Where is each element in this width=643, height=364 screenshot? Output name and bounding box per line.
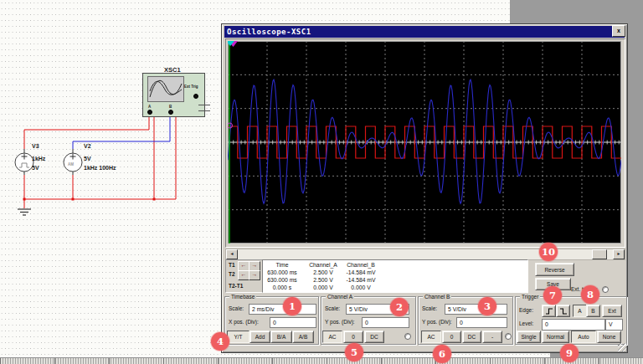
trigger-edge-label: Edge: xyxy=(519,307,533,313)
channel-a-dc-button[interactable]: DC xyxy=(364,331,384,343)
trigger-source-b-button[interactable]: B xyxy=(586,305,600,317)
save-button[interactable]: Save xyxy=(535,278,571,290)
bottom-ruler xyxy=(0,357,643,364)
channel-a-ypos-input[interactable]: 0 xyxy=(362,317,409,328)
offsheet-top-right xyxy=(510,0,643,23)
terminal-b-dot[interactable] xyxy=(168,110,173,115)
ext-trig-label: Ext Trig xyxy=(184,85,198,89)
terminal-b-label: B xyxy=(169,105,172,109)
t2-left-button[interactable]: ← xyxy=(238,270,249,280)
channel-b-minus-button[interactable]: - xyxy=(482,331,502,343)
channel-a-header: Channel_A xyxy=(306,261,340,269)
scope-display-bezel xyxy=(225,38,625,248)
trigger-normal-button[interactable]: Normal xyxy=(542,331,569,343)
t1-time: 630.000 ms xyxy=(265,269,300,276)
time-header: Time xyxy=(265,261,300,269)
channel-a-radio[interactable] xyxy=(404,333,411,340)
offsheet-right-strip xyxy=(628,0,643,364)
oscilloscope-component[interactable]: Ext Trig A B xyxy=(142,73,205,117)
timebase-xpos-input[interactable]: 0 xyxy=(270,317,316,328)
rising-edge-button[interactable] xyxy=(542,305,556,317)
terminal-a-dot[interactable] xyxy=(147,110,152,115)
ext-trig-terminal[interactable] xyxy=(193,94,198,99)
terminal-a-label: A xyxy=(148,105,151,109)
dt-channel-a: 0.000 V xyxy=(306,284,340,291)
trigger-title: Trigger xyxy=(520,294,540,300)
falling-edge-icon xyxy=(559,307,568,315)
rising-edge-icon xyxy=(545,307,553,315)
timebase-title: Timebase xyxy=(229,294,256,300)
circuit-wires xyxy=(0,0,221,251)
v2-freq: 1kHz 100Hz xyxy=(84,165,116,171)
channel-a-ac-button[interactable]: AC xyxy=(322,331,342,343)
v3-refdes: V3 xyxy=(32,143,39,149)
v2-am-glyph: AM xyxy=(68,162,74,167)
v3-freq: 1kHz xyxy=(32,156,45,161)
ba-button[interactable]: B/A xyxy=(270,331,292,343)
ext-trigger-radio[interactable] xyxy=(602,286,609,293)
channel-a-zero-button[interactable]: 0 xyxy=(343,331,363,343)
trigger-auto-button[interactable]: Auto xyxy=(571,331,596,343)
trigger-level-input[interactable]: 0 xyxy=(542,319,605,331)
t2-time: 630.000 ms xyxy=(265,276,300,284)
channel-b-dc-button[interactable]: DC xyxy=(462,331,481,343)
time-column: Time 630.000 ms 630.000 ms 0.000 s xyxy=(265,261,300,291)
reverse-button[interactable]: Reverse xyxy=(535,263,574,276)
oscilloscope-window: Oscilloscope-XSC1 x ◄ ► T1 ← → T2 ← → T2… xyxy=(221,23,628,353)
multisim-workspace: AM V3 1kHz 5V V2 5V 1kHz 100Hz XSC1 Ext … xyxy=(0,0,643,364)
channel-b-ypos-label: Y pos. (Div): xyxy=(422,319,452,325)
scrollbar-thumb[interactable] xyxy=(592,249,607,259)
scroll-right-icon[interactable]: ► xyxy=(613,249,625,259)
channel-a-column: Channel_A 2.500 V 2.500 V 0.000 V xyxy=(306,261,340,291)
dt-time: 0.000 s xyxy=(265,284,300,291)
channel-b-column: Channel_B -14.584 mV -14.584 mV 0.000 V xyxy=(342,261,380,291)
channel-a-scale-label: Scale: xyxy=(325,305,340,311)
trigger-none-button[interactable]: None xyxy=(597,331,621,343)
t1-channel-a: 2.500 V xyxy=(306,269,340,276)
channel-a-scale-input[interactable]: 5 V/Div xyxy=(346,304,409,315)
t2-right-button[interactable]: → xyxy=(249,270,260,280)
timebase-group: Timebase Scale: 2 ms/Div X pos. (Div): 0… xyxy=(224,296,319,345)
display-scrollbar[interactable]: ◄ ► xyxy=(225,249,625,260)
channel-b-group: Channel B Scale: 5 V/Div Y pos. (Div): 0… xyxy=(418,296,513,345)
v2-refdes: V2 xyxy=(84,143,91,149)
channel-a-group: Channel A Scale: 5 V/Div Y pos. (Div): 0… xyxy=(321,296,416,345)
window-titlebar[interactable]: Oscilloscope-XSC1 xyxy=(224,26,625,38)
timebase-scale-input[interactable]: 2 ms/Div xyxy=(249,304,316,315)
t2-channel-a: 2.500 V xyxy=(306,276,340,284)
scope-display[interactable] xyxy=(228,41,621,244)
add-button[interactable]: Add xyxy=(249,331,270,343)
channel-b-scale-label: Scale: xyxy=(422,305,437,311)
scroll-left-icon[interactable]: ◄ xyxy=(226,249,238,259)
window-title: Oscilloscope-XSC1 xyxy=(227,28,311,36)
channel-a-ypos-label: Y pos. (Div): xyxy=(325,319,355,325)
trigger-source-a-button[interactable]: A xyxy=(573,305,587,317)
channel-b-zero-button[interactable]: 0 xyxy=(442,331,461,343)
window-resize-grip[interactable] xyxy=(618,343,626,351)
channel-b-scale-input[interactable]: 5 V/Div xyxy=(445,304,507,315)
channel-b-title: Channel B xyxy=(423,294,451,300)
channel-b-header: Channel_B xyxy=(342,261,380,269)
channel-b-ac-button[interactable]: AC xyxy=(421,331,441,343)
dt-channel-b: 0.000 V xyxy=(342,284,380,291)
close-icon[interactable]: x xyxy=(612,25,625,37)
trigger-source-ext-button[interactable]: Ext xyxy=(602,305,622,317)
cursor-control-box: T1 ← → T2 ← → T2-T1 xyxy=(225,259,263,293)
channel-b-ypos-input[interactable]: 0 xyxy=(456,317,507,328)
yt-button[interactable]: Y/T xyxy=(227,331,249,343)
ext-trigger-label: Ext. trigger xyxy=(571,286,597,292)
timebase-xpos-label: X pos. (Div): xyxy=(229,319,259,325)
trigger-level-unit[interactable]: V xyxy=(605,319,623,331)
t1-channel-b: -14.584 mV xyxy=(342,269,380,276)
trigger-level-label: Level: xyxy=(519,320,533,326)
trigger-single-button[interactable]: Single xyxy=(517,331,541,343)
readings-box: Time 630.000 ms 630.000 ms 0.000 s Chann… xyxy=(262,259,528,293)
falling-edge-button[interactable] xyxy=(556,305,570,317)
ab-button[interactable]: A/B xyxy=(292,331,314,343)
channel-b-radio[interactable] xyxy=(505,333,512,340)
v2-amplitude: 5V xyxy=(84,156,91,161)
t1-label: T1 xyxy=(229,262,235,268)
t2-channel-b: -14.584 mV xyxy=(342,276,380,284)
t2-t1-label: T2-T1 xyxy=(229,283,243,289)
ext-trig-pin-top xyxy=(198,105,210,105)
